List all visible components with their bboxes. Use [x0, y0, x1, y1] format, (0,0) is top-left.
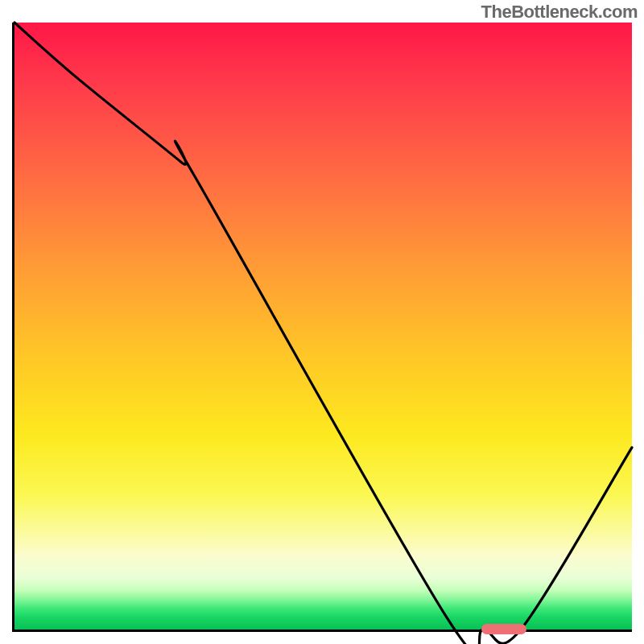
- optimum-marker: [481, 624, 526, 634]
- watermark-text: TheBottleneck.com: [481, 2, 638, 23]
- bottleneck-curve: [14, 23, 632, 630]
- plot-area: [12, 23, 632, 632]
- chart-canvas: TheBottleneck.com: [0, 0, 644, 644]
